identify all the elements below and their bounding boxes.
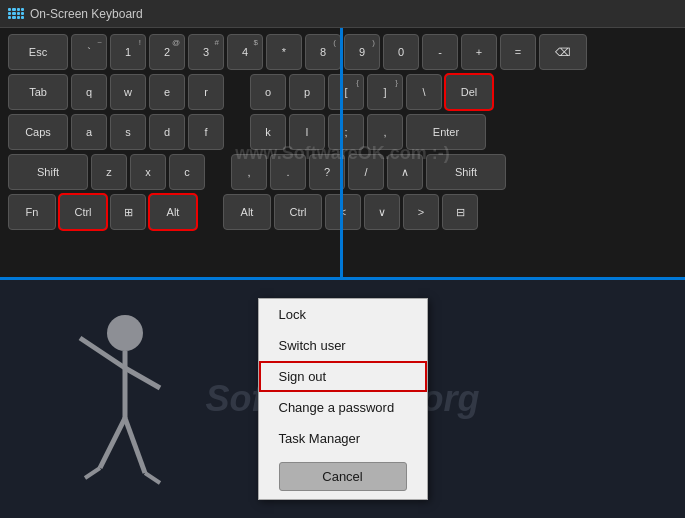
- key-x[interactable]: x: [130, 154, 166, 190]
- key-ctrl-right[interactable]: Ctrl: [274, 194, 322, 230]
- key-ctrl-left[interactable]: Ctrl: [59, 194, 107, 230]
- key-k[interactable]: k: [250, 114, 286, 150]
- svg-line-4: [100, 418, 125, 468]
- key-9[interactable]: )9: [344, 34, 380, 70]
- key-win[interactable]: ⊞: [110, 194, 146, 230]
- key-c[interactable]: c: [169, 154, 205, 190]
- key-gt[interactable]: .: [270, 154, 306, 190]
- key-tab[interactable]: Tab: [8, 74, 68, 110]
- key-comma[interactable]: ,: [367, 114, 403, 150]
- key-esc[interactable]: Esc: [8, 34, 68, 70]
- key-8[interactable]: (8: [305, 34, 341, 70]
- stickman-figure: [30, 308, 210, 508]
- key-lbracket[interactable]: {[: [328, 74, 364, 110]
- key-minus[interactable]: -: [422, 34, 458, 70]
- key-4[interactable]: $4: [227, 34, 263, 70]
- key-space1: [227, 74, 247, 110]
- key-o[interactable]: o: [250, 74, 286, 110]
- key-star[interactable]: *: [266, 34, 302, 70]
- key-e[interactable]: e: [149, 74, 185, 110]
- window-title: On-Screen Keyboard: [30, 7, 143, 21]
- cancel-row: Cancel: [259, 454, 427, 499]
- key-space3: [208, 154, 228, 190]
- key-plus[interactable]: +: [461, 34, 497, 70]
- svg-line-3: [125, 368, 160, 388]
- key-backspace[interactable]: ⌫: [539, 34, 587, 70]
- keyboard-area: www.SoftwareOK.com :-) Esc ~` !1 @2 #3 $…: [0, 28, 685, 277]
- key-slash[interactable]: /: [348, 154, 384, 190]
- key-arrow-right[interactable]: >: [403, 194, 439, 230]
- key-alt-left[interactable]: Alt: [149, 194, 197, 230]
- title-bar: On-Screen Keyboard: [0, 0, 685, 28]
- key-rbracket[interactable]: }]: [367, 74, 403, 110]
- key-tilde[interactable]: ~`: [71, 34, 107, 70]
- key-1[interactable]: !1: [110, 34, 146, 70]
- cancel-button[interactable]: Cancel: [279, 462, 407, 491]
- key-l[interactable]: l: [289, 114, 325, 150]
- context-menu: Lock Switch user Sign out Change a passw…: [258, 298, 428, 500]
- menu-item-sign-out[interactable]: Sign out: [259, 361, 427, 392]
- key-menu[interactable]: ⊟: [442, 194, 478, 230]
- key-q[interactable]: q: [71, 74, 107, 110]
- blue-divider: [340, 28, 343, 277]
- menu-item-change-password[interactable]: Change a password: [259, 392, 427, 423]
- key-arrow-down[interactable]: ∨: [364, 194, 400, 230]
- key-space4: [200, 194, 220, 230]
- svg-line-7: [145, 473, 160, 483]
- key-lt[interactable]: ,: [231, 154, 267, 190]
- key-space2: [227, 114, 247, 150]
- key-r[interactable]: r: [188, 74, 224, 110]
- key-del[interactable]: Del: [445, 74, 493, 110]
- svg-line-6: [85, 468, 100, 478]
- key-semicolon[interactable]: ;: [328, 114, 364, 150]
- key-equals[interactable]: =: [500, 34, 536, 70]
- key-w[interactable]: w: [110, 74, 146, 110]
- key-alt-right[interactable]: Alt: [223, 194, 271, 230]
- svg-point-0: [107, 315, 143, 351]
- key-caps[interactable]: Caps: [8, 114, 68, 150]
- menu-item-switch-user[interactable]: Switch user: [259, 330, 427, 361]
- svg-line-5: [125, 418, 145, 473]
- key-p[interactable]: p: [289, 74, 325, 110]
- keyboard-icon: [8, 8, 24, 20]
- menu-item-task-manager[interactable]: Task Manager: [259, 423, 427, 454]
- key-0[interactable]: 0: [383, 34, 419, 70]
- key-a[interactable]: a: [71, 114, 107, 150]
- key-fn[interactable]: Fn: [8, 194, 56, 230]
- keyboard-section: On-Screen Keyboard www.SoftwareOK.com :-…: [0, 0, 685, 280]
- key-s[interactable]: s: [110, 114, 146, 150]
- key-2[interactable]: @2: [149, 34, 185, 70]
- key-arrow-left[interactable]: <: [325, 194, 361, 230]
- key-3[interactable]: #3: [188, 34, 224, 70]
- key-shift-right[interactable]: Shift: [426, 154, 506, 190]
- key-f[interactable]: f: [188, 114, 224, 150]
- menu-item-lock[interactable]: Lock: [259, 299, 427, 330]
- key-z[interactable]: z: [91, 154, 127, 190]
- key-enter[interactable]: Enter: [406, 114, 486, 150]
- key-d[interactable]: d: [149, 114, 185, 150]
- key-shift-left[interactable]: Shift: [8, 154, 88, 190]
- key-backslash[interactable]: \: [406, 74, 442, 110]
- key-caret[interactable]: ∧: [387, 154, 423, 190]
- menu-section: SoftwareOK.org Lock Switch user Sign out…: [0, 280, 685, 518]
